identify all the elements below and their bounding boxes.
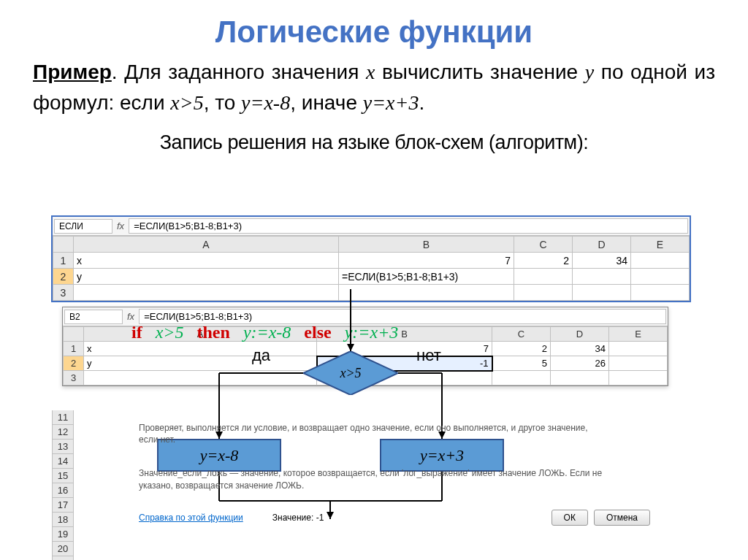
row-3[interactable]: 3	[53, 285, 74, 301]
value-label: Значение: -1	[272, 513, 324, 523]
kw-then: then	[197, 323, 230, 342]
cell-E1[interactable]	[631, 253, 690, 269]
algorithm-code: if x>5 then y:=x-8 else y:=x+3	[131, 323, 398, 342]
t4: , то	[204, 91, 241, 114]
cell-C2[interactable]	[514, 269, 573, 285]
dialog-footer: Справка по этой функции Значение: -1 ОК …	[139, 510, 650, 526]
row-2[interactable]: 2	[53, 269, 74, 285]
name-box-2[interactable]: B2	[64, 310, 123, 324]
cell2-E3[interactable]	[609, 371, 668, 386]
cell-E2[interactable]	[631, 269, 690, 285]
cell-B2[interactable]: =ЕСЛИ(B1>5;B1-8;B1+3)	[339, 269, 514, 285]
col2-C[interactable]: C	[492, 327, 551, 342]
row2-3[interactable]: 3	[64, 371, 84, 386]
kw-if: if	[131, 323, 142, 342]
corner[interactable]	[53, 237, 74, 253]
var-y: y	[585, 61, 594, 83]
code-then: y:=x-8	[243, 323, 291, 342]
cell2-D1[interactable]: 34	[551, 342, 609, 356]
r12[interactable]: 12	[52, 425, 74, 440]
cell-D3[interactable]	[573, 285, 631, 301]
t5: , иначе	[290, 91, 363, 114]
r20[interactable]: 20	[52, 542, 74, 556]
cell-A3[interactable]	[74, 285, 339, 301]
cell-E3[interactable]	[631, 285, 690, 301]
cell2-E1[interactable]	[609, 342, 668, 356]
col-E[interactable]: E	[631, 237, 690, 253]
page-title: Логические функции	[0, 0, 748, 57]
cell2-C3[interactable]	[492, 371, 551, 386]
col-D[interactable]: D	[573, 237, 631, 253]
cell-D2[interactable]	[573, 269, 631, 285]
cell-C1[interactable]: 2	[514, 253, 573, 269]
col-A[interactable]: A	[74, 237, 339, 253]
grid-1[interactable]: A B C D E 1 x 7 2 34 2 y =ЕСЛИ(B1>5;B1-8…	[53, 236, 690, 301]
fx-icon-2[interactable]: fx	[127, 311, 134, 322]
t6: .	[419, 91, 424, 114]
subtitle-overlapped: Запись решения на языке блок-схем (алгор…	[0, 131, 748, 154]
formula-input-2[interactable]: =ЕСЛИ(B1>5;B1-8;B1+3)	[139, 309, 666, 324]
code-else: y:=x+3	[345, 323, 399, 342]
example-paragraph: Пример. Для заданного значения x вычисли…	[0, 57, 748, 118]
var-x: x	[366, 61, 375, 83]
code-cond: x>5	[156, 323, 184, 342]
row-numbers-tail: 11 12 13 14 15 16 17 18 19 20 21 22	[52, 410, 74, 560]
r15[interactable]: 15	[52, 469, 74, 483]
row-1[interactable]: 1	[53, 253, 74, 269]
example-label: Пример	[33, 61, 112, 83]
col2-D[interactable]: D	[551, 327, 609, 342]
ok-button[interactable]: ОК	[552, 510, 588, 526]
cell2-A3[interactable]	[84, 371, 317, 386]
spreadsheet-1: ЕСЛИ fx =ЕСЛИ(B1>5;B1-8;B1+3) A B C D E …	[51, 215, 691, 302]
corner-2[interactable]	[64, 327, 84, 342]
cancel-button[interactable]: Отмена	[594, 510, 650, 526]
r19[interactable]: 19	[52, 527, 74, 542]
else-expr: y=x+3	[363, 91, 419, 114]
r17[interactable]: 17	[52, 498, 74, 513]
cell2-C2[interactable]: 5	[492, 356, 551, 371]
cond: x>5	[170, 91, 203, 114]
decision-label: x>5	[303, 351, 398, 395]
t2: вычислить значение	[375, 61, 584, 83]
t1: . Для заданного значения	[112, 61, 366, 83]
help-link[interactable]: Справка по этой функции	[139, 513, 243, 523]
help-line-1: Проверяет, выполняется ли условие, и воз…	[139, 422, 606, 445]
cell2-E2[interactable]	[609, 356, 668, 371]
r21[interactable]: 21	[52, 556, 74, 560]
name-box[interactable]: ЕСЛИ	[54, 219, 112, 234]
col2-E[interactable]: E	[609, 327, 668, 342]
row2-1[interactable]: 1	[64, 342, 84, 356]
cell-A2[interactable]: y	[74, 269, 339, 285]
r18[interactable]: 18	[52, 513, 74, 527]
kw-else: else	[304, 323, 331, 342]
cell-D1[interactable]: 34	[573, 253, 631, 269]
formula-input[interactable]: =ЕСЛИ(B1>5;B1-8;B1+3)	[129, 218, 688, 234]
cell2-C1[interactable]: 2	[492, 342, 551, 356]
col-C[interactable]: C	[514, 237, 573, 253]
help-text: Проверяет, выполняется ли условие, и воз…	[139, 422, 606, 491]
cell2-A1[interactable]: x	[84, 342, 317, 356]
col-B[interactable]: B	[339, 237, 514, 253]
r11[interactable]: 11	[52, 410, 74, 425]
cell-B3[interactable]	[339, 285, 514, 301]
r13[interactable]: 13	[52, 440, 74, 454]
cell-C3[interactable]	[514, 285, 573, 301]
cell2-A2[interactable]: y	[84, 356, 317, 371]
cell-A1[interactable]: x	[74, 253, 339, 269]
cell2-D3[interactable]	[551, 371, 609, 386]
decision-node: x>5	[303, 351, 398, 395]
row2-2[interactable]: 2	[64, 356, 84, 371]
cell2-D2[interactable]: 26	[551, 356, 609, 371]
r16[interactable]: 16	[52, 483, 74, 498]
r14[interactable]: 14	[52, 454, 74, 469]
help-line-2: Значение_если_ложь — значение, которое в…	[139, 467, 606, 491]
formula-bar: ЕСЛИ fx =ЕСЛИ(B1>5;B1-8;B1+3)	[53, 217, 690, 236]
then-expr: y=x-8	[241, 91, 290, 114]
fx-icon[interactable]: fx	[117, 220, 124, 231]
cell-B1[interactable]: 7	[339, 253, 514, 269]
